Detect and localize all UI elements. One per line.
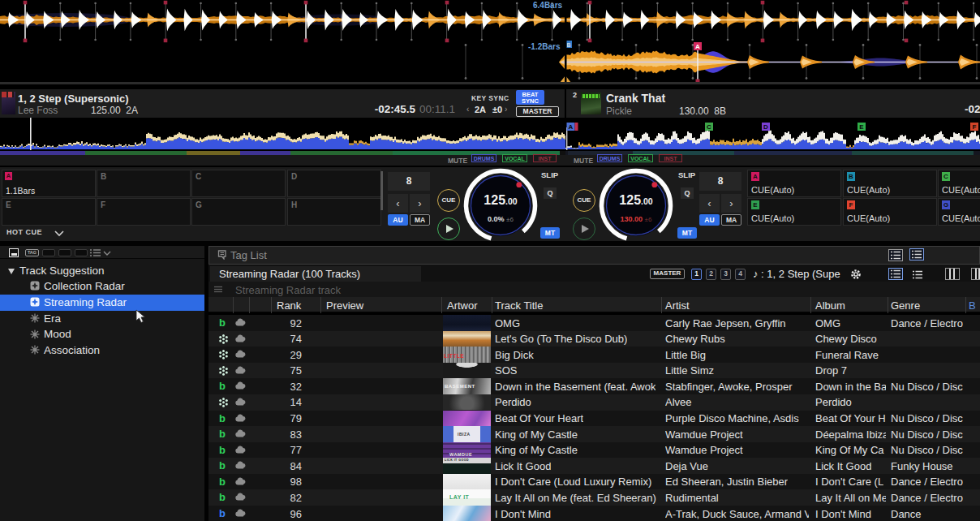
svg-text:C: C	[707, 123, 711, 131]
svg-text:B: B	[566, 42, 570, 48]
svg-text:6.4Bars: 6.4Bars	[533, 1, 563, 10]
svg-text:A: A	[569, 123, 574, 131]
svg-text:D: D	[763, 123, 768, 131]
svg-text:E: E	[859, 123, 864, 131]
svg-text:F: F	[973, 123, 977, 131]
svg-text:A: A	[695, 43, 700, 50]
svg-text:-1.2Bars: -1.2Bars	[528, 42, 561, 51]
